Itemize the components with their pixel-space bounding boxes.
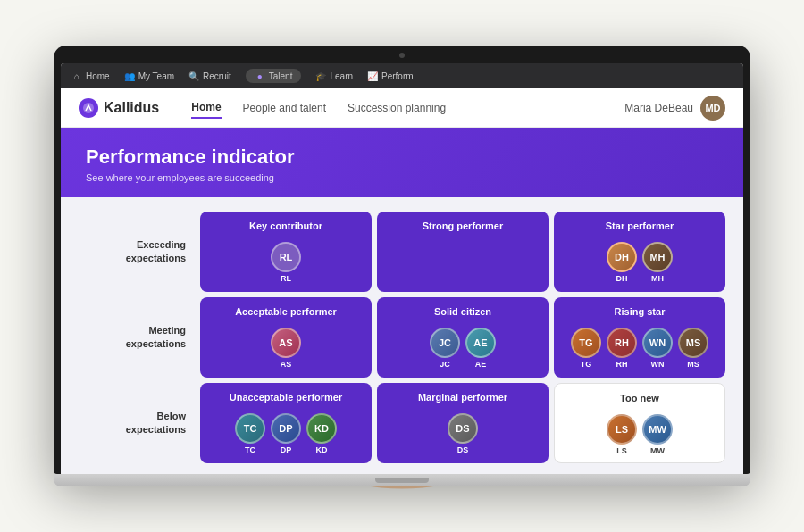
user-name: Maria DeBeau (624, 102, 693, 114)
cell-star-performer[interactable]: Star performer DH DH (554, 212, 725, 292)
avatar-ds: DS DS (448, 413, 478, 454)
avatars-key-contributor: RL RL (271, 242, 301, 283)
avatar-img-as: AS (271, 328, 301, 358)
cell-acceptable-performer-title: Acceptable performer (235, 306, 337, 317)
avatar-label-dh: DH (616, 274, 628, 283)
avatar-ls: LS LS (607, 414, 637, 455)
avatars-unacceptable: TC TC DP DP (235, 413, 337, 454)
nav-home[interactable]: Home (191, 97, 221, 119)
hero-title: Performance indicator (86, 145, 718, 169)
scene: ⌂ Home 👥 My Team 🔍 Recruit ● Talent (0, 0, 804, 532)
hero-banner: Performance indicator See where your emp… (61, 128, 743, 197)
meeting-label: Meetingexpectations (126, 324, 186, 352)
avatar-img-dh: DH (607, 242, 637, 272)
avatar-label-ms: MS (687, 360, 699, 369)
avatar-img-rh: RH (607, 328, 637, 358)
avatar-img-mw: MW (642, 414, 673, 445)
cell-rising-star[interactable]: Rising star TG TG R (554, 297, 725, 378)
main-content: Exceedingexpectations Key contributor RL (61, 197, 743, 474)
avatar-tc: TC TC (235, 413, 265, 454)
avatar-img-wn: WN (642, 328, 673, 358)
avatar-img-ae: AE (465, 328, 496, 358)
cell-unacceptable-performer-title: Unacceptable performer (230, 392, 343, 403)
avatar-label-mh: MH (651, 274, 664, 283)
logo-icon (79, 98, 98, 118)
cell-key-contributor-title: Key contributor (249, 220, 322, 231)
row-label-exceeding: Exceedingexpectations (79, 212, 195, 292)
avatars-marginal: DS DS (448, 413, 478, 454)
avatar-label-kd: KD (316, 445, 328, 454)
avatar-label-dp: DP (281, 445, 292, 454)
os-bar: ⌂ Home 👥 My Team 🔍 Recruit ● Talent (61, 63, 743, 88)
avatars-acceptable: AS AS (271, 328, 301, 369)
hero-subtitle: See where your employees are succeeding (86, 172, 718, 183)
avatar-mw: MW MW (642, 414, 673, 455)
cell-solid-citizen-title: Solid citizen (434, 306, 491, 317)
avatar-img-jc: JC (430, 328, 460, 358)
avatar-ae: AE AE (465, 328, 496, 369)
laptop-camera (399, 53, 405, 58)
avatar-wn: WN WN (642, 328, 673, 369)
laptop: ⌂ Home 👥 My Team 🔍 Recruit ● Talent (54, 46, 750, 486)
laptop-base (54, 474, 750, 486)
avatar-label-rl: RL (281, 274, 291, 283)
avatars-too-new: LS LS MW MW (607, 414, 673, 455)
os-bar-myteam[interactable]: 👥 My Team (124, 71, 174, 81)
avatar-kd: KD KD (306, 413, 337, 454)
recruit-icon: 🔍 (188, 71, 199, 81)
nav-succession[interactable]: Succession planning (348, 98, 446, 118)
cell-marginal-performer[interactable]: Marginal performer DS DS (377, 383, 549, 463)
avatar-jc: JC JC (430, 328, 460, 369)
app-bar-left: Kallidus Home People and talent Successi… (79, 97, 446, 119)
avatar-label-tg: TG (581, 360, 592, 369)
avatar-label-wn: WN (651, 360, 665, 369)
avatar-label-tc: TC (245, 445, 255, 454)
os-bar-home[interactable]: ⌂ Home (71, 71, 110, 81)
cell-too-new[interactable]: Too new LS LS MW (554, 383, 725, 463)
app-bar: Kallidus Home People and talent Successi… (61, 88, 743, 128)
avatar-dp: DP DP (271, 413, 301, 454)
laptop-notch (375, 478, 429, 483)
logo-text: Kallidus (104, 100, 159, 116)
avatar-img-rl: RL (271, 242, 301, 272)
laptop-screen-outer: ⌂ Home 👥 My Team 🔍 Recruit ● Talent (54, 46, 750, 474)
os-bar-recruit[interactable]: 🔍 Recruit (188, 71, 231, 81)
avatar-label-ds: DS (457, 445, 469, 454)
avatar-label-rh: RH (616, 360, 628, 369)
app-bar-right: Maria DeBeau MD (624, 96, 725, 121)
avatar-img-ds: DS (448, 413, 478, 444)
avatars-star-performer: DH DH MH MH (607, 242, 673, 283)
avatar-label-as: AS (281, 360, 292, 369)
avatars-rising-star: TG TG RH RH (571, 328, 708, 369)
nav-people-talent[interactable]: People and talent (243, 98, 326, 118)
avatar-ms: MS MS (678, 328, 708, 369)
os-bar-perform[interactable]: 📈 Perform (367, 71, 414, 81)
row-label-meeting: Meetingexpectations (79, 297, 195, 378)
cell-solid-citizen[interactable]: Solid citizen JC JC (377, 297, 549, 378)
avatar-label-ae: AE (475, 360, 487, 369)
avatar-dh: DH DH (607, 242, 637, 283)
os-bar-learn[interactable]: 🎓 Learn (315, 71, 353, 81)
app-nav: Home People and talent Succession planni… (191, 97, 446, 119)
user-avatar[interactable]: MD (700, 96, 725, 121)
laptop-screen: ⌂ Home 👥 My Team 🔍 Recruit ● Talent (61, 63, 743, 474)
avatar-as: AS AS (271, 328, 301, 369)
avatar-label-jc: JC (440, 360, 450, 369)
cell-unacceptable-performer[interactable]: Unacceptable performer TC TC (200, 383, 372, 463)
avatars-solid-citizen: JC JC AE AE (430, 328, 496, 369)
avatar-mh: MH MH (642, 242, 673, 283)
avatar-tg: TG TG (571, 328, 601, 369)
avatar-img-kd: KD (306, 413, 337, 444)
team-icon: 👥 (124, 71, 135, 81)
row-label-below: Belowexpectations (79, 383, 195, 463)
cell-key-contributor[interactable]: Key contributor RL RL (200, 212, 372, 292)
avatar-img-ms: MS (678, 328, 708, 358)
cell-acceptable-performer[interactable]: Acceptable performer AS AS (200, 297, 372, 378)
avatar-label-mw: MW (650, 446, 665, 455)
os-bar-talent[interactable]: ● Talent (246, 69, 302, 83)
cell-rising-star-title: Rising star (615, 306, 666, 317)
cell-strong-performer[interactable]: Strong performer (377, 212, 549, 292)
below-label: Belowexpectations (126, 410, 186, 437)
avatar-img-tc: TC (235, 413, 265, 444)
cell-strong-performer-title: Strong performer (423, 220, 503, 231)
